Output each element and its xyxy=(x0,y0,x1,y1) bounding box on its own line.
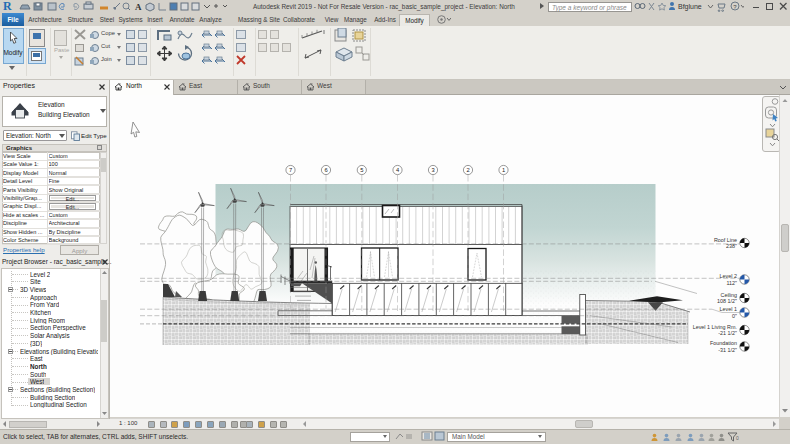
svg-text:?: ? xyxy=(733,4,737,10)
svg-text:Level 2: Level 2 xyxy=(720,273,737,279)
svg-text:Level 1: Level 1 xyxy=(720,306,737,312)
svg-text:-21 1/2": -21 1/2" xyxy=(718,330,737,336)
svg-text:238": 238" xyxy=(726,243,737,249)
svg-text:Ceiling: Ceiling xyxy=(721,292,737,298)
svg-text:7: 7 xyxy=(289,167,292,173)
svg-text:2: 2 xyxy=(466,167,469,173)
svg-text:112": 112" xyxy=(726,280,737,286)
svg-text:Bfglune: Bfglune xyxy=(678,3,702,11)
svg-text:A: A xyxy=(135,2,142,12)
svg-text:-31 1/2": -31 1/2" xyxy=(718,347,737,353)
svg-text:3: 3 xyxy=(431,167,434,173)
svg-text:0: 0 xyxy=(736,435,739,441)
svg-text:Level 1 Living Rm.: Level 1 Living Rm. xyxy=(693,324,737,330)
svg-text:1: 1 xyxy=(502,167,505,173)
svg-text:5: 5 xyxy=(360,167,363,173)
svg-text:Foundation: Foundation xyxy=(710,340,737,346)
svg-text:108 1/2": 108 1/2" xyxy=(717,298,737,304)
svg-text:6: 6 xyxy=(324,167,327,173)
svg-text:Roof Line: Roof Line xyxy=(714,237,737,243)
svg-text:0": 0" xyxy=(732,313,737,319)
